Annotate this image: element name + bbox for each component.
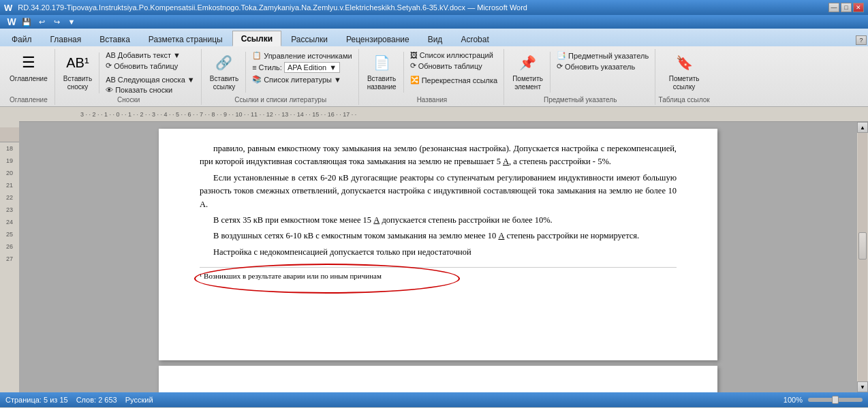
help-button[interactable]: ? [856, 35, 867, 45]
status-left: Страница: 5 из 15 Слов: 2 653 Русский [5, 396, 153, 404]
btn-insert-footnote-label: Вставитьсноску [63, 75, 92, 91]
btn-add-text[interactable]: AB Добавить текст ▼ [104, 50, 197, 60]
nazvaniya-col: 🖼 Список иллюстраций ⟳ Обновить таблицу … [408, 50, 500, 85]
ruler-area: 3 · · 2 · · 1 · · 0 · · 1 · · 2 · · 3 · … [19, 107, 868, 392]
tab-acrobat[interactable]: Acrobat [452, 31, 497, 46]
margin-25: 25 [6, 228, 13, 240]
next-footnote-icon: AB [106, 76, 116, 84]
bibliography-icon: 📚 [252, 75, 262, 84]
btn-show-footnotes[interactable]: 👁 Показать сноски [104, 85, 197, 95]
undo-icon[interactable]: ↩ [35, 16, 48, 27]
style-dropdown[interactable]: APA Edition ▼ [284, 62, 340, 73]
btn-manage-sources[interactable]: 📋 Управление источниками [250, 50, 354, 61]
btn-mark-element[interactable]: 📌 Пометитьэлемент [510, 50, 546, 93]
btn-update-table2-label: Обновить таблицу [418, 62, 482, 70]
group-ssylki-label: Ссылки и списки литературы [203, 96, 358, 104]
btn-mark-link[interactable]: 🔖 Пометитьссылку [666, 50, 702, 93]
btn-bibliography[interactable]: 📚 Список литературы ▼ [250, 74, 354, 84]
scroll-up-button[interactable]: ▲ [857, 122, 868, 133]
btn-insert-link-label: Вставитьссылку [210, 75, 238, 91]
group-oglav: ☰ Оглавление Оглавление [3, 49, 55, 105]
save-icon[interactable]: 💾 [20, 16, 33, 27]
footnote-area: ¹ Возникших в результате аварии или по и… [200, 267, 677, 282]
scroll-thumb[interactable] [858, 232, 867, 260]
add-text-icon: AB [106, 51, 116, 59]
margin-19: 19 [6, 155, 13, 167]
title-bar-left: W RD.34.20.179-Tipovaya.Instruktsiya.Po.… [4, 3, 527, 13]
tab-layout[interactable]: Разметка страницы [140, 31, 232, 46]
vertical-scrollbar: ▲ ▼ [857, 122, 868, 392]
tab-home[interactable]: Главная [42, 31, 91, 46]
btn-style[interactable]: ≡ Стиль: APA Edition ▼ [250, 61, 354, 74]
scroll-down-button[interactable]: ▼ [857, 381, 868, 392]
btn-insert-link[interactable]: 🔗 Вставитьссылку [207, 50, 241, 93]
btn-subject-index-label: Предметный указатель [568, 52, 649, 60]
zoom-level: 100% [784, 396, 803, 404]
margin-24: 24 [6, 216, 13, 228]
pages-container: правило, равным емкостному току замыкани… [19, 122, 857, 392]
btn-oglav[interactable]: ☰ Оглавление [7, 50, 50, 84]
btn-update-index-label: Обновить указатель [565, 63, 635, 71]
btn-add-text-label: Добавить текст ▼ [118, 51, 181, 59]
word-logo: W [4, 3, 12, 13]
page-1: правило, равным емкостному току замыкани… [159, 129, 717, 360]
title-bar-controls: — □ ✕ [828, 3, 864, 12]
btn-update-table-label: Обновить таблицу [114, 62, 178, 70]
page-text[interactable]: правило, равным емкостному току замыкани… [200, 142, 677, 259]
word-count: Слов: 2 653 [76, 396, 117, 404]
btn-insert-footnote[interactable]: AB¹ Вставитьсноску [61, 50, 95, 93]
update-index-icon: ⟳ [557, 62, 563, 71]
horizontal-ruler: 3 · · 2 · · 1 · · 0 · · 1 · · 2 · · 3 · … [19, 107, 868, 122]
tab-mailings[interactable]: Рассылки [282, 31, 337, 46]
status-bar: Страница: 5 из 15 Слов: 2 653 Русский 10… [0, 392, 868, 407]
group-predmetniy-label: Предметный указатель [506, 96, 655, 104]
insert-link-icon: 🔗 [213, 52, 235, 74]
update-table2-icon: ⟳ [410, 61, 416, 70]
lang: Русский [125, 396, 153, 404]
para-3: В сетях 35 кВ при емкостном токе менее 1… [200, 214, 677, 227]
style-dropdown-arrow: ▼ [329, 63, 337, 72]
btn-subject-index[interactable]: 📑 Предметный указатель [555, 50, 651, 61]
close-button[interactable]: ✕ [853, 3, 864, 12]
btn-update-index[interactable]: ⟳ Обновить указатель [555, 61, 651, 72]
divider4 [550, 52, 551, 93]
btn-mark-element-label: Пометитьэлемент [512, 75, 543, 91]
title-text: RD.34.20.179-Tipovaya.Instruktsiya.Po.Ko… [18, 3, 527, 12]
margin-22: 22 [6, 191, 13, 204]
margin-21: 21 [6, 179, 13, 191]
btn-cross-ref[interactable]: 🔀 Перекрестная ссылка [408, 75, 500, 85]
left-margin: 18 19 20 21 22 23 24 25 26 27 [0, 107, 19, 392]
tab-view[interactable]: Вид [419, 31, 452, 46]
redo-icon[interactable]: ↪ [50, 16, 63, 27]
manage-sources-icon: 📋 [252, 51, 262, 60]
tab-file[interactable]: Файл [3, 31, 41, 46]
para-5: Настройка с недокомпенсацией допускается… [200, 246, 677, 259]
update-table-icon: ⟳ [106, 61, 112, 70]
document-area: 18 19 20 21 22 23 24 25 26 27 3 · · 2 · … [0, 107, 868, 392]
snoски-col: AB Добавить текст ▼ ⟳ Обновить таблицу A… [104, 50, 197, 95]
btn-next-footnote-label: Следующая сноска ▼ [118, 76, 195, 84]
minimize-button[interactable]: — [828, 3, 839, 12]
group-snoски: AB¹ Вставитьсноску AB Добавить текст ▼ ⟳… [57, 49, 202, 105]
group-nazvaniya-label: Названия [360, 96, 504, 104]
zoom-slider[interactable] [808, 398, 863, 402]
btn-mark-link-label: Пометитьссылку [669, 75, 700, 91]
tab-references[interactable]: Ссылки [232, 31, 281, 46]
btn-illustrations-list[interactable]: 🖼 Список иллюстраций [408, 50, 500, 60]
ribbon-content: ☰ Оглавление Оглавление AB¹ Вставитьснос… [0, 46, 868, 106]
tab-review[interactable]: Рецензирование [337, 31, 418, 46]
scroll-track[interactable] [858, 133, 867, 381]
btn-update-table[interactable]: ⟳ Обновить таблицу [104, 61, 197, 71]
margin-27: 27 [6, 253, 13, 265]
btn-next-footnote[interactable]: AB Следующая сноска ▼ [104, 75, 197, 84]
page-info: Страница: 5 из 15 [5, 396, 68, 404]
predmetniy-col: 📑 Предметный указатель ⟳ Обновить указат… [555, 50, 651, 72]
illustrations-icon: 🖼 [410, 51, 418, 59]
maximize-button[interactable]: □ [841, 3, 852, 12]
subject-index-icon: 📑 [557, 51, 566, 60]
btn-insert-caption[interactable]: 📄 Вставитьназвание [365, 50, 399, 93]
btn-update-table2[interactable]: ⟳ Обновить таблицу [408, 61, 500, 71]
customize-icon[interactable]: ▼ [65, 16, 78, 27]
btn-show-footnotes-label: Показать сноски [115, 86, 172, 94]
tab-insert[interactable]: Вставка [91, 31, 139, 46]
